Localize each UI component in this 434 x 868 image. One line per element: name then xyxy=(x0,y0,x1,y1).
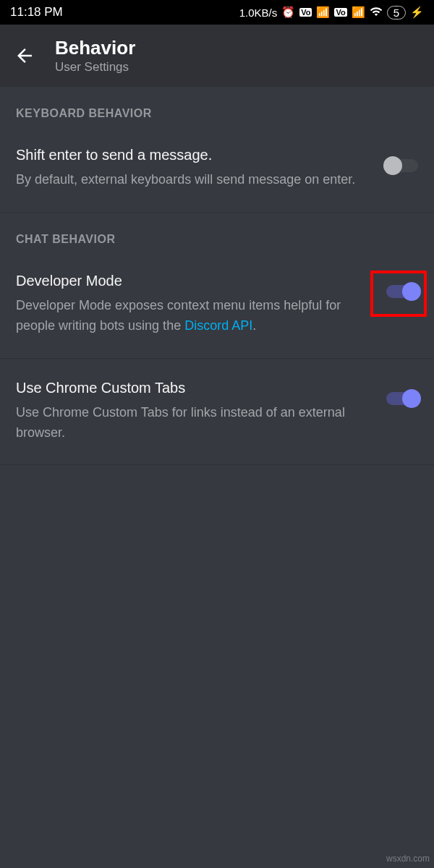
setting-title: Shift enter to send a message. xyxy=(16,146,375,164)
status-time: 11:18 PM xyxy=(10,5,63,20)
shift-enter-toggle[interactable] xyxy=(386,159,418,172)
setting-shift-enter[interactable]: Shift enter to send a message. By defaul… xyxy=(0,126,434,213)
toggle-knob xyxy=(402,282,421,301)
setting-desc: Developer Mode exposes context menu item… xyxy=(16,296,375,336)
setting-title: Use Chrome Custom Tabs xyxy=(16,379,375,397)
discord-api-link[interactable]: Discord API xyxy=(184,318,252,333)
toggle-knob xyxy=(383,156,402,175)
wifi-icon xyxy=(370,5,383,20)
setting-developer-mode[interactable]: Developer Mode Developer Mode exposes co… xyxy=(0,252,434,359)
chrome-tabs-toggle[interactable] xyxy=(386,392,418,405)
volte-icon: Vo xyxy=(299,8,312,17)
alarm-icon: ⏰ xyxy=(281,6,295,19)
developer-mode-toggle[interactable] xyxy=(386,285,418,298)
section-header-keyboard: KEYBOARD BEHAVIOR xyxy=(0,87,434,126)
setting-desc: By default, external keyboards will send… xyxy=(16,170,375,190)
desc-post: . xyxy=(252,318,256,333)
app-bar: Behavior User Settings xyxy=(0,25,434,87)
back-button[interactable] xyxy=(13,44,36,67)
signal-icon-1: 📶 xyxy=(316,6,330,19)
watermark: wsxdn.com xyxy=(386,854,430,864)
toggle-knob xyxy=(402,389,421,408)
volte-icon-2: Vo xyxy=(334,8,346,17)
status-netspeed: 1.0KB/s xyxy=(239,7,278,19)
signal-icon-2: 📶 xyxy=(352,6,365,19)
status-icons: 1.0KB/s ⏰ Vo 📶 Vo 📶 5 ⚡ xyxy=(239,5,424,20)
battery-indicator: 5 xyxy=(387,6,406,20)
desc-pre: Developer Mode exposes context menu item… xyxy=(16,298,341,333)
arrow-left-icon xyxy=(14,45,35,67)
charging-icon: ⚡ xyxy=(410,6,424,19)
setting-chrome-tabs[interactable]: Use Chrome Custom Tabs Use Chrome Custom… xyxy=(0,359,434,466)
content: KEYBOARD BEHAVIOR Shift enter to send a … xyxy=(0,87,434,465)
setting-title: Developer Mode xyxy=(16,272,375,290)
setting-desc: Use Chrome Custom Tabs for links instead… xyxy=(16,403,375,443)
section-header-chat: CHAT BEHAVIOR xyxy=(0,213,434,252)
status-bar: 11:18 PM 1.0KB/s ⏰ Vo 📶 Vo 📶 5 ⚡ xyxy=(0,0,434,25)
page-subtitle: User Settings xyxy=(55,60,135,75)
page-title: Behavior xyxy=(55,37,135,59)
